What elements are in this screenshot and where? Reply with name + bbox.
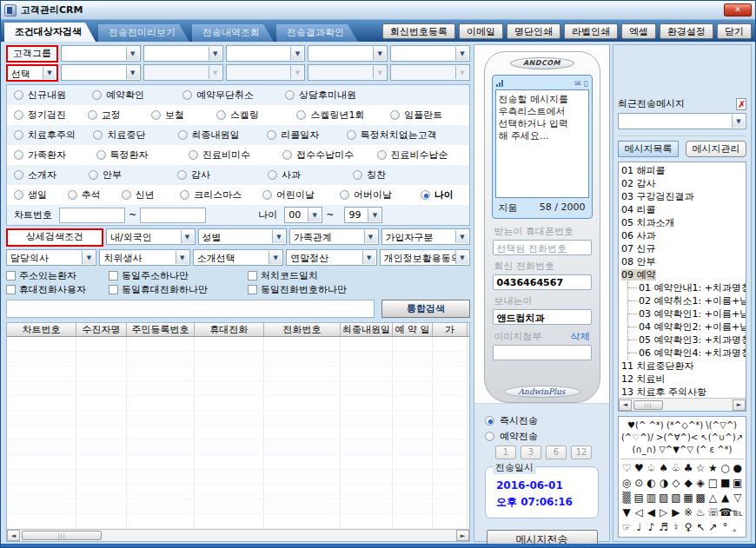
column-header-4[interactable]: 휴대전화 — [195, 323, 264, 336]
send-message-button[interactable]: 메시지전송 — [487, 530, 598, 548]
message-item[interactable]: 06 사과 — [621, 229, 746, 242]
search-input[interactable] — [6, 300, 375, 318]
column-header-8[interactable]: 가 — [433, 323, 468, 336]
radio-icon[interactable] — [14, 110, 23, 120]
chart-no-from-input[interactable] — [59, 208, 125, 223]
customer-group-combo-3[interactable]: ▼ — [226, 45, 306, 62]
radio-icon[interactable] — [285, 90, 295, 100]
radio-icon[interactable] — [14, 90, 23, 100]
radio-option[interactable]: 신년 — [122, 188, 181, 201]
customer-group-combo-5[interactable]: ▼ — [390, 45, 470, 62]
message-child-item[interactable]: 05 예약확인3: +치과명칭 — [628, 333, 746, 347]
checkbox-option[interactable]: 휴대전화사용자 — [6, 283, 109, 296]
radio-icon[interactable] — [88, 110, 97, 120]
radio-option[interactable]: 사과 — [268, 168, 353, 182]
radio-icon[interactable] — [347, 130, 356, 140]
column-header-6[interactable]: 최종내원일 — [341, 323, 393, 336]
message-list-button[interactable]: 메시지목록 — [618, 141, 679, 157]
radio-icon[interactable] — [353, 170, 362, 180]
symbol-char[interactable]: ○ — [720, 461, 732, 476]
radio-icon[interactable] — [182, 90, 192, 100]
sub-group-combo-1[interactable]: ▼ — [61, 64, 141, 81]
checkbox-icon[interactable] — [109, 271, 118, 281]
symbol-char[interactable]: ♠ — [658, 461, 670, 476]
scroll-right-icon[interactable]: ► — [456, 530, 469, 541]
toolbar-button-1[interactable]: 회신번호등록 — [382, 23, 455, 39]
radio-option[interactable]: 나이 — [421, 188, 462, 201]
radio-option[interactable]: 보철 — [151, 109, 216, 122]
symbol-char[interactable]: ↗ — [706, 520, 719, 535]
message-child-item[interactable]: 04 예약확인2: +이름+님 — [628, 320, 746, 333]
symbol-char[interactable]: ▥ — [645, 491, 657, 505]
symbol-char[interactable]: ◁ — [633, 505, 645, 520]
symbol-char[interactable]: ♧ — [670, 461, 682, 476]
symbol-char[interactable]: ▦ — [682, 491, 694, 505]
message-item[interactable]: 03 구강검진결과 — [621, 190, 746, 203]
attach-input[interactable] — [493, 345, 592, 360]
radio-icon[interactable] — [68, 190, 77, 200]
radio-icon[interactable] — [377, 150, 387, 160]
symbol-char[interactable]: ♬ — [658, 520, 670, 535]
symbol-char[interactable]: ■ — [720, 476, 732, 491]
radio-option[interactable]: 임플란트 — [390, 109, 462, 122]
message-item[interactable]: 11 치료중단환자 — [621, 360, 746, 373]
radio-option[interactable]: 교정 — [88, 109, 151, 122]
radio-icon[interactable] — [216, 110, 226, 120]
symbol-char[interactable]: ♨ — [694, 505, 706, 520]
radio-option[interactable]: 추석 — [68, 188, 122, 201]
radio-option[interactable]: 어버이날 — [340, 188, 421, 201]
message-child-item[interactable]: 01 예약안내1: +치과명칭 — [628, 281, 746, 294]
radio-icon[interactable] — [14, 170, 23, 180]
radio-option[interactable]: 안부 — [89, 168, 177, 182]
column-header-1[interactable]: 차트번호 — [7, 323, 76, 336]
symbol-char[interactable]: ◑ — [658, 476, 670, 491]
radio-icon[interactable] — [296, 110, 306, 120]
symbol-char[interactable]: ♡ — [620, 461, 633, 476]
detail-combo-가입자구분[interactable]: 가입자구분▼ — [381, 228, 471, 245]
radio-option[interactable]: 신규내원 — [14, 89, 92, 102]
group-select-combo[interactable]: 선택▼ — [6, 64, 58, 82]
radio-option[interactable]: 생일 — [14, 188, 68, 201]
symbol-char[interactable]: ♩ — [633, 520, 645, 535]
tab-3[interactable]: 전송내역조회 — [192, 24, 274, 42]
symbol-char[interactable]: ♤ — [645, 461, 657, 476]
radio-option[interactable]: 스켈링 — [216, 109, 296, 122]
scroll-left-icon[interactable]: ◄ — [619, 399, 632, 411]
radio-option[interactable]: 치료후주의 — [14, 129, 93, 142]
radio-option[interactable]: 예약무단취소 — [182, 89, 285, 102]
radio-option[interactable]: 예약확인 — [92, 89, 182, 102]
radio-icon[interactable] — [96, 150, 106, 160]
radio-option[interactable]: 진료비미수 — [189, 149, 282, 162]
symbol-char[interactable]: ◎ — [620, 476, 633, 491]
symbol-char[interactable]: ♀ — [682, 520, 694, 535]
symbol-char[interactable]: ◀ — [645, 505, 657, 520]
symbol-char[interactable]: ℡ — [732, 505, 744, 520]
radio-icon[interactable] — [485, 416, 494, 426]
message-template-list[interactable]: 01 해피콜02 감사03 구강검진결과04 리콜05 치과소개06 사과07 … — [618, 162, 746, 412]
detail-combo-가족관계[interactable]: 가족관계▼ — [289, 228, 379, 245]
checkbox-option[interactable]: 동일휴대전화하나만 — [109, 283, 248, 296]
symbol-char[interactable]: ↖ — [694, 520, 706, 535]
radio-icon[interactable] — [282, 150, 292, 160]
message-item[interactable]: 01 해피콜 — [621, 164, 746, 177]
radio-option[interactable]: 정기검진 — [14, 109, 88, 122]
symbol-char[interactable]: ★ — [706, 461, 719, 476]
symbol-char[interactable]: ☞ — [620, 520, 633, 535]
callback-input[interactable]: 0436464567 — [493, 274, 592, 290]
message-item[interactable]: 12 치료비 — [621, 373, 746, 386]
scroll-thumb[interactable]: ||| — [633, 400, 663, 410]
message-item[interactable]: 07 신규 — [621, 242, 746, 255]
symbol-char[interactable]: ▷ — [658, 505, 670, 520]
detail-combo-치위생사[interactable]: 치위생사▼ — [99, 249, 189, 266]
scroll-right-icon[interactable]: ► — [733, 399, 746, 411]
radio-icon[interactable] — [268, 170, 277, 180]
symbol-char[interactable]: ◆ — [682, 476, 694, 491]
detail-combo-내/외국인[interactable]: 내/외국인▼ — [106, 228, 196, 245]
checkbox-option[interactable]: 동일전화번호하나만 — [248, 283, 395, 296]
radio-icon[interactable] — [267, 130, 276, 140]
radio-option[interactable]: 어린이날 — [262, 188, 340, 201]
symbol-char[interactable]: ♥ — [633, 461, 645, 476]
tab-1[interactable]: 조건대상자검색 — [4, 23, 96, 42]
radio-icon[interactable] — [390, 110, 400, 120]
radio-icon[interactable] — [485, 432, 494, 441]
